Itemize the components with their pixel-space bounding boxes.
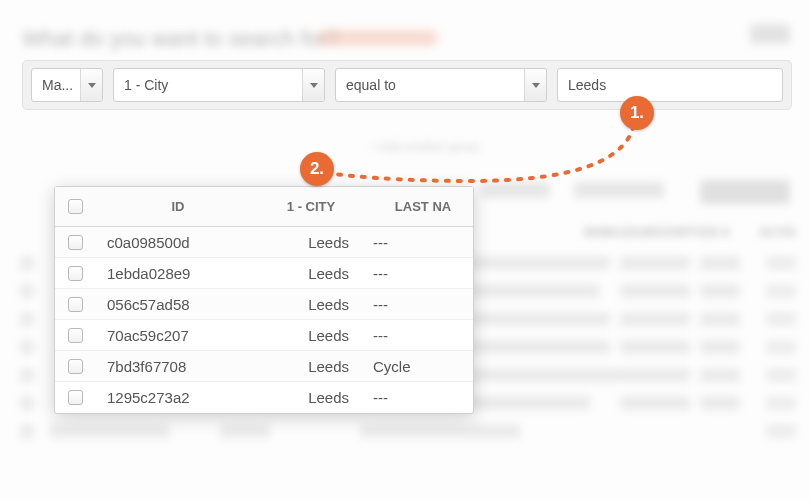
table-body: c0a098500dLeeds---1ebda028e9Leeds---056c…: [55, 227, 473, 413]
filter-bar: Ma... 1 - City equal to: [22, 60, 792, 110]
match-label: Ma...: [42, 77, 73, 93]
cell-lastname: ---: [367, 296, 473, 313]
cell-city: Leeds: [255, 358, 367, 375]
cell-lastname: ---: [367, 265, 473, 282]
row-checkbox[interactable]: [68, 297, 83, 312]
row-checkbox[interactable]: [68, 266, 83, 281]
callout-2: 2.: [300, 152, 334, 186]
cell-id: 056c57ad58: [95, 296, 255, 313]
add-group-link: + Add another group: [370, 140, 479, 154]
operator-dropdown[interactable]: equal to: [335, 68, 547, 102]
chevron-down-icon: [80, 69, 102, 101]
select-all-checkbox[interactable]: [68, 199, 83, 214]
col-header-city[interactable]: 1 - CITY: [255, 199, 367, 214]
cell-id: 1ebda028e9: [95, 265, 255, 282]
filter-value-input[interactable]: [557, 68, 783, 102]
cell-city: Leeds: [255, 265, 367, 282]
cell-lastname: ---: [367, 327, 473, 344]
header-right-icon: [750, 24, 790, 44]
col-header-id[interactable]: ID: [95, 199, 255, 214]
chevron-down-icon: [524, 69, 546, 101]
table-row[interactable]: 1295c273a2Leeds---: [55, 382, 473, 413]
col-header-lastname[interactable]: LAST NA: [367, 199, 473, 214]
cell-lastname: ---: [367, 234, 473, 251]
cell-city: Leeds: [255, 234, 367, 251]
field-label: 1 - City: [124, 77, 168, 93]
match-dropdown[interactable]: Ma...: [31, 68, 103, 102]
page-title: What do you want to search for?: [22, 26, 339, 52]
table-row[interactable]: 1ebda028e9Leeds---: [55, 258, 473, 289]
cell-id: c0a098500d: [95, 234, 255, 251]
cell-id: 70ac59c207: [95, 327, 255, 344]
toolbar: [480, 180, 790, 206]
cell-id: 7bd3f67708: [95, 358, 255, 375]
row-checkbox[interactable]: [68, 235, 83, 250]
table-row[interactable]: 056c57ad58Leeds---: [55, 289, 473, 320]
results-table: ID 1 - CITY LAST NA c0a098500dLeeds---1e…: [54, 186, 474, 414]
chevron-down-icon: [302, 69, 324, 101]
title-badge: [318, 30, 438, 46]
table-row[interactable]: 7bd3f67708LeedsCycle: [55, 351, 473, 382]
cell-lastname: Cycle: [367, 358, 473, 375]
row-checkbox[interactable]: [68, 390, 83, 405]
field-dropdown[interactable]: 1 - City: [113, 68, 325, 102]
table-row[interactable]: 70ac59c207Leeds---: [55, 320, 473, 351]
table-row[interactable]: c0a098500dLeeds---: [55, 227, 473, 258]
cell-lastname: ---: [367, 389, 473, 406]
cell-city: Leeds: [255, 389, 367, 406]
operator-label: equal to: [346, 77, 396, 93]
row-checkbox[interactable]: [68, 359, 83, 374]
cell-city: Leeds: [255, 327, 367, 344]
cell-id: 1295c273a2: [95, 389, 255, 406]
row-checkbox[interactable]: [68, 328, 83, 343]
table-header-row: ID 1 - CITY LAST NA: [55, 187, 473, 227]
cell-city: Leeds: [255, 296, 367, 313]
callout-1: 1.: [620, 96, 654, 130]
